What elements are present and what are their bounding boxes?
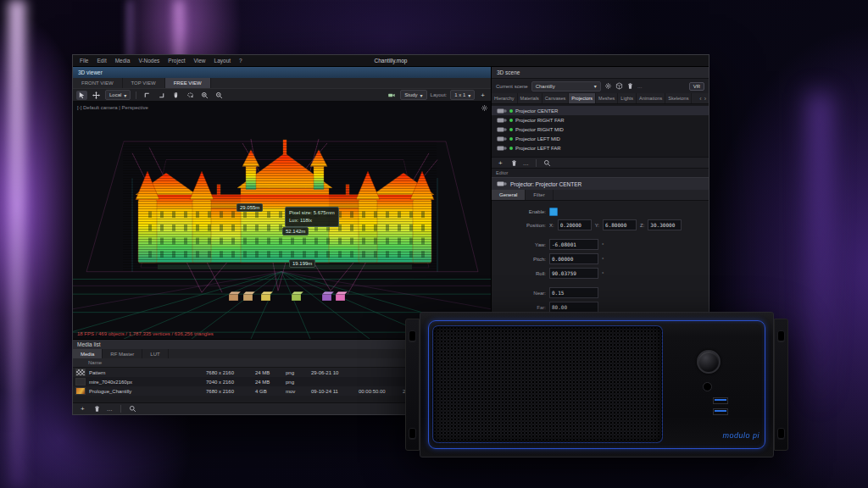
yaw-input[interactable]	[549, 239, 598, 250]
tab-top-view[interactable]: TOP VIEW	[123, 78, 165, 88]
tab-filter[interactable]: Filter	[526, 190, 553, 200]
corner-br-icon	[158, 92, 165, 99]
toolbar-divider	[120, 405, 121, 413]
pan-tool-button[interactable]	[170, 91, 181, 100]
transform-space-value: Local	[109, 92, 121, 97]
projector-icon	[497, 117, 507, 124]
media-name: mire_7040x2160px	[89, 380, 206, 385]
scene-preview-button[interactable]	[615, 82, 623, 90]
tab-lut[interactable]: LUT	[142, 349, 168, 358]
lux-line: Lux: 118lx	[289, 217, 335, 225]
delete-projector-button[interactable]	[510, 159, 518, 167]
move-icon	[92, 92, 100, 99]
tab-scroll-left-button[interactable]: ‹	[699, 96, 701, 102]
media-more-button[interactable]: …	[107, 406, 113, 412]
move-tool-button[interactable]	[91, 91, 102, 100]
menu-view[interactable]: View	[194, 58, 206, 64]
transform-space-dropdown[interactable]: Local ▾	[105, 90, 131, 100]
column-name: Name	[88, 360, 102, 365]
projector-name: Projector RIGHT MID	[515, 127, 564, 132]
light-streak	[8, 0, 25, 488]
tab-materials[interactable]: Materials	[518, 93, 542, 103]
tab-general[interactable]: General	[492, 190, 526, 200]
lasso-icon	[186, 92, 194, 99]
position-z-input[interactable]	[648, 219, 682, 230]
projector-list-item[interactable]: Projector CENTER	[492, 106, 709, 115]
add-view-button[interactable]: +	[478, 92, 487, 99]
cube-icon	[615, 82, 623, 90]
study-dropdown[interactable]: Study ▾	[400, 90, 426, 100]
projector-more-button[interactable]: …	[523, 160, 529, 166]
projector-list-item[interactable]: Projector RIGHT MID	[492, 125, 709, 134]
camera-view-button[interactable]	[386, 91, 397, 100]
lasso-tool-button[interactable]	[185, 91, 196, 100]
tab-scroll-right-button[interactable]: ›	[704, 96, 706, 102]
scene-settings-button[interactable]	[604, 82, 612, 90]
x-label: X:	[549, 223, 554, 228]
tab-free-view[interactable]: FREE VIEW	[165, 78, 211, 88]
tab-rf-master[interactable]: RF Master	[103, 349, 142, 358]
roll-input[interactable]	[549, 268, 598, 279]
viewer-panel-title: 3D viewer	[78, 69, 103, 75]
rack-mount-hole	[409, 428, 416, 439]
menu-media[interactable]: Media	[115, 58, 131, 64]
projector-list-item[interactable]: Projector LEFT FAR	[492, 143, 709, 152]
viewport-3d[interactable]: [-] Default camera | Perspective 29.055m…	[73, 102, 491, 339]
menu-edit[interactable]: Edit	[97, 58, 106, 64]
delete-scene-button[interactable]	[626, 82, 634, 90]
vr-toggle-button[interactable]: VR	[689, 82, 704, 91]
tab-projectors[interactable]: Projectors	[569, 93, 596, 103]
delete-media-button[interactable]	[93, 405, 101, 413]
tab-skeletons[interactable]: Skeletons	[665, 93, 692, 103]
enable-checkbox[interactable]	[549, 208, 558, 216]
select-tool-button[interactable]	[76, 91, 87, 100]
gear-icon	[604, 82, 612, 90]
camera-label: [-] Default camera | Perspective	[77, 105, 148, 110]
add-media-button[interactable]: +	[78, 405, 87, 413]
corner-pin-br-button[interactable]	[156, 91, 167, 100]
viewer-panel-header: 3D viewer	[73, 67, 491, 78]
chevron-down-icon: ▾	[594, 83, 597, 89]
tab-lights[interactable]: Lights	[618, 93, 637, 103]
projector-icon	[497, 136, 507, 142]
media-size: 4 GB	[255, 389, 286, 394]
scene-select-dropdown[interactable]: Chantilly ▾	[531, 81, 601, 92]
trash-icon	[626, 82, 634, 90]
viewport-settings-button[interactable]	[481, 104, 488, 112]
menu-file[interactable]: File	[80, 58, 88, 64]
menu-help[interactable]: ?	[239, 58, 242, 64]
usb-tongue	[715, 410, 726, 412]
pitch-input[interactable]	[549, 253, 598, 264]
near-input[interactable]	[549, 287, 598, 298]
server-front-panel: modulo pi	[420, 312, 774, 458]
tab-front-view[interactable]: FRONT VIEW	[73, 78, 123, 88]
tab-media[interactable]: Media	[73, 349, 103, 358]
projector-list-item[interactable]: Projector RIGHT FAR	[492, 115, 709, 125]
castle-heatmap-render	[73, 102, 491, 339]
add-projector-button[interactable]: +	[496, 159, 505, 167]
menu-layout[interactable]: Layout	[214, 58, 231, 64]
server-logo: modulo pi	[722, 431, 760, 440]
corner-pin-tl-button[interactable]	[142, 91, 153, 100]
position-y-input[interactable]	[603, 219, 637, 230]
menu-v-nodes[interactable]: V-Nodes	[138, 58, 159, 64]
scene-more-button[interactable]: …	[637, 84, 643, 89]
zoom-in-button[interactable]	[199, 91, 210, 100]
layout-dropdown[interactable]: 1 x 1 ▾	[450, 90, 475, 100]
tab-hierarchy[interactable]: Hierarchy	[492, 93, 518, 103]
tab-canvases[interactable]: Canvases	[542, 93, 569, 103]
position-x-input[interactable]	[558, 219, 592, 230]
projector-name: Projector RIGHT FAR	[515, 118, 565, 123]
search-media-button[interactable]	[129, 405, 136, 413]
pixel-size-tooltip: Pixel size: 5.675mm Lux: 118lx	[285, 207, 339, 227]
tab-meshes[interactable]: Meshes	[596, 93, 618, 103]
zoom-out-button[interactable]	[214, 91, 225, 100]
search-projector-button[interactable]	[543, 159, 551, 167]
media-size: 24 MB	[255, 380, 286, 385]
projector-icon	[497, 180, 507, 187]
toolbar-divider	[536, 159, 537, 167]
menu-project[interactable]: Project	[168, 58, 185, 64]
tab-animations[interactable]: Animations	[637, 93, 665, 103]
distance-measure-badge: 52.142m	[282, 227, 309, 236]
projector-list-item[interactable]: Projector LEFT MID	[492, 134, 709, 143]
